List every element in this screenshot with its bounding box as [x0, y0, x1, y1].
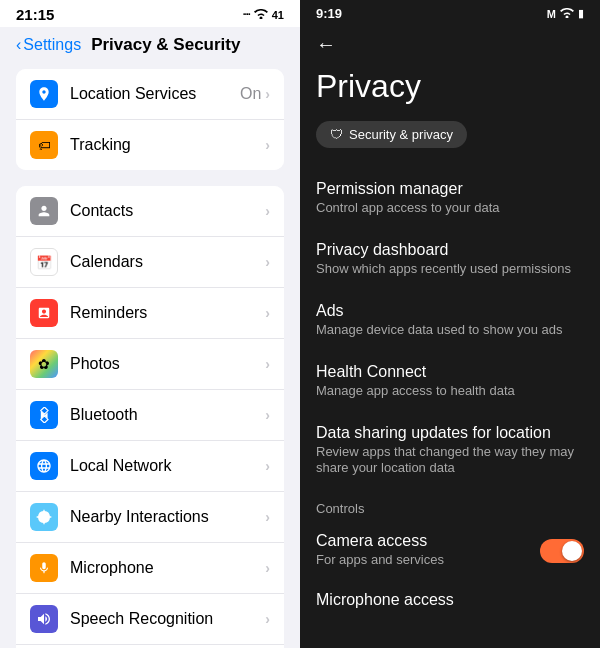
android-item-ads[interactable]: Ads Manage device data used to show you …	[316, 290, 584, 351]
ios-status-icons: ···· 41	[243, 8, 284, 21]
ads-title: Ads	[316, 302, 584, 320]
chevron-icon: ›	[265, 305, 270, 321]
ios-row-speech[interactable]: Speech Recognition ›	[16, 594, 284, 645]
ios-section-middle: Contacts › 📅 Calendars › Reminders › ✿ P	[16, 186, 284, 648]
android-battery-icon: ▮	[578, 7, 584, 20]
android-item-permission[interactable]: Permission manager Control app access to…	[316, 168, 584, 229]
dashboard-title: Privacy dashboard	[316, 241, 584, 259]
location-label: Location Services	[70, 85, 240, 103]
nearby-label: Nearby Interactions	[70, 508, 265, 526]
chevron-icon: ›	[265, 137, 270, 153]
battery-icon: 41	[272, 9, 284, 21]
android-item-healthconnect[interactable]: Health Connect Manage app access to heal…	[316, 351, 584, 412]
chevron-left-icon: ‹	[16, 36, 21, 54]
back-label: Settings	[23, 36, 81, 54]
android-back-button[interactable]: ←	[316, 33, 336, 56]
android-status-icons: M ▮	[547, 7, 584, 20]
camera-access-subtitle: For apps and services	[316, 552, 444, 569]
wifi-icon	[254, 8, 268, 21]
speech-icon	[30, 605, 58, 633]
camera-access-toggle[interactable]	[540, 539, 584, 563]
android-mic-access-row[interactable]: Microphone access	[316, 581, 584, 617]
localnetwork-icon	[30, 452, 58, 480]
chevron-icon: ›	[265, 407, 270, 423]
mic-access-title: Microphone access	[316, 591, 584, 609]
speech-label: Speech Recognition	[70, 610, 265, 628]
permission-subtitle: Control app access to your data	[316, 200, 584, 217]
android-wifi-icon	[560, 7, 574, 20]
shield-icon: 🛡	[330, 127, 343, 142]
localnetwork-label: Local Network	[70, 457, 265, 475]
dashboard-subtitle: Show which apps recently used permission…	[316, 261, 584, 278]
chevron-icon: ›	[265, 458, 270, 474]
ios-row-localnetwork[interactable]: Local Network ›	[16, 441, 284, 492]
datasharinglocation-title: Data sharing updates for location	[316, 424, 584, 442]
ios-section-top: Location Services On › 🏷 Tracking ›	[16, 69, 284, 170]
bluetooth-label: Bluetooth	[70, 406, 265, 424]
camera-access-title: Camera access	[316, 532, 444, 550]
ios-nav-bar: ‹ Settings Privacy & Security	[0, 27, 300, 61]
photos-label: Photos	[70, 355, 265, 373]
chevron-icon: ›	[265, 611, 270, 627]
android-content: Privacy 🛡 Security & privacy Permission …	[300, 60, 600, 648]
tracking-icon: 🏷	[30, 131, 58, 159]
calendars-label: Calendars	[70, 253, 265, 271]
ios-row-nearby[interactable]: Nearby Interactions ›	[16, 492, 284, 543]
chevron-icon: ›	[265, 203, 270, 219]
camera-access-text: Camera access For apps and services	[316, 532, 444, 569]
chevron-icon: ›	[265, 356, 270, 372]
location-value: On	[240, 85, 261, 103]
ios-row-reminders[interactable]: Reminders ›	[16, 288, 284, 339]
android-item-datasharinglocation[interactable]: Data sharing updates for location Review…	[316, 412, 584, 490]
controls-section-label: Controls	[316, 489, 584, 520]
chevron-icon: ›	[265, 254, 270, 270]
ios-time: 21:15	[16, 6, 54, 23]
android-status-bar: 9:19 M ▮	[300, 0, 600, 25]
photos-icon: ✿	[30, 350, 58, 378]
ios-row-bluetooth[interactable]: Bluetooth ›	[16, 390, 284, 441]
calendars-icon: 📅	[30, 248, 58, 276]
datasharinglocation-subtitle: Review apps that changed the way they ma…	[316, 444, 584, 478]
location-icon	[30, 80, 58, 108]
ios-row-calendars[interactable]: 📅 Calendars ›	[16, 237, 284, 288]
chevron-icon: ›	[265, 86, 270, 102]
ios-row-location[interactable]: Location Services On ›	[16, 69, 284, 120]
reminders-icon	[30, 299, 58, 327]
chevron-icon: ›	[265, 509, 270, 525]
nearby-icon	[30, 503, 58, 531]
healthconnect-subtitle: Manage app access to health data	[316, 383, 584, 400]
security-privacy-chip[interactable]: 🛡 Security & privacy	[316, 121, 467, 148]
chevron-icon: ›	[265, 560, 270, 576]
ios-row-contacts[interactable]: Contacts ›	[16, 186, 284, 237]
contacts-icon	[30, 197, 58, 225]
android-msg-icon: M	[547, 8, 556, 20]
chip-label: Security & privacy	[349, 127, 453, 142]
microphone-icon	[30, 554, 58, 582]
microphone-label: Microphone	[70, 559, 265, 577]
android-toolbar: ←	[300, 25, 600, 60]
contacts-label: Contacts	[70, 202, 265, 220]
healthconnect-title: Health Connect	[316, 363, 584, 381]
android-panel: 9:19 M ▮ ← Privacy 🛡 Security & privacy …	[300, 0, 600, 648]
ios-row-photos[interactable]: ✿ Photos ›	[16, 339, 284, 390]
ios-content: Location Services On › 🏷 Tracking › Cont…	[0, 61, 300, 648]
bluetooth-icon	[30, 401, 58, 429]
android-time: 9:19	[316, 6, 342, 21]
permission-title: Permission manager	[316, 180, 584, 198]
ios-row-tracking[interactable]: 🏷 Tracking ›	[16, 120, 284, 170]
ios-panel: 21:15 ···· 41 ‹ Settings Privacy & Secur…	[0, 0, 300, 648]
ads-subtitle: Manage device data used to show you ads	[316, 322, 584, 339]
android-item-dashboard[interactable]: Privacy dashboard Show which apps recent…	[316, 229, 584, 290]
android-camera-access-row[interactable]: Camera access For apps and services	[316, 520, 584, 581]
android-page-title: Privacy	[316, 68, 584, 105]
ios-nav-title: Privacy & Security	[91, 35, 240, 55]
ios-status-bar: 21:15 ···· 41	[0, 0, 300, 27]
ios-back-button[interactable]: ‹ Settings	[16, 36, 81, 54]
tracking-label: Tracking	[70, 136, 265, 154]
reminders-label: Reminders	[70, 304, 265, 322]
ios-row-microphone[interactable]: Microphone ›	[16, 543, 284, 594]
signal-icon: ····	[243, 9, 250, 20]
